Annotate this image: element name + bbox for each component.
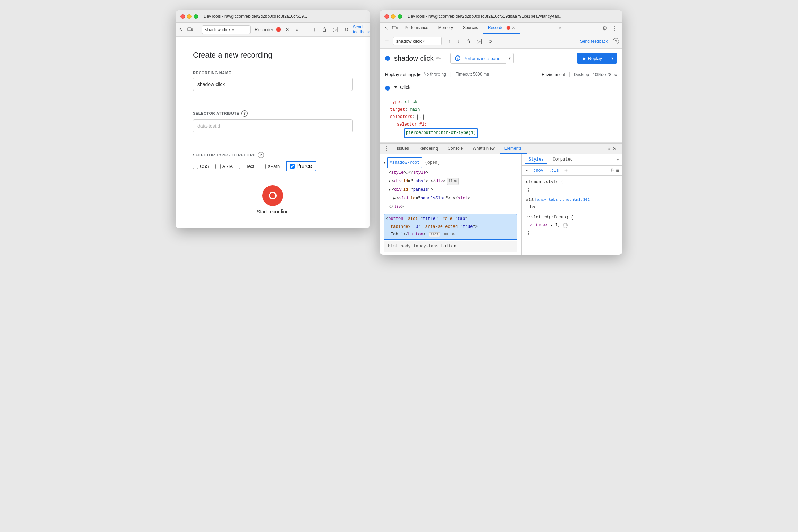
add-style-icon[interactable]: + <box>564 168 568 174</box>
css-checkbox-item[interactable]: CSS <box>193 164 209 169</box>
performance-panel-dropdown[interactable]: ▾ <box>506 53 514 63</box>
delete-icon[interactable]: 🗑 <box>320 25 329 34</box>
minimize-button[interactable] <box>187 14 192 19</box>
pierce-checkbox[interactable] <box>290 164 295 169</box>
expand-shadow-root-icon[interactable]: ▼ <box>384 160 386 166</box>
add-recording-icon[interactable]: + <box>383 36 391 46</box>
selector-types-help-icon[interactable]: ? <box>258 152 264 158</box>
expand-panelsslot-icon[interactable]: ▶ <box>393 195 396 202</box>
right-minimize-button[interactable] <box>391 14 396 19</box>
css-checkbox[interactable] <box>193 164 198 169</box>
dom-panels-div: ▼ <div id="panels"> <box>384 186 517 194</box>
replay-settings-title[interactable]: Replay settings ▶ <box>385 72 421 77</box>
maximize-button[interactable] <box>194 14 198 19</box>
ta-bs-value: bs <box>526 204 618 212</box>
more-tabs-button[interactable]: » <box>557 23 563 34</box>
styles-tab[interactable]: Styles <box>525 156 547 164</box>
refresh-icon-right[interactable]: ↺ <box>486 37 494 45</box>
breadcrumb-fancy-tabs[interactable]: fancy-tabs <box>414 242 439 250</box>
tab-console[interactable]: Console <box>443 144 468 154</box>
tab-whats-new[interactable]: What's New <box>468 144 500 154</box>
slotted-selector: ::slotted(:focus) { <box>526 214 618 222</box>
right-help-icon[interactable]: ? <box>613 38 619 44</box>
tab-issues[interactable]: Issues <box>392 144 414 154</box>
step-icon[interactable]: ▷| <box>331 25 340 34</box>
edit-title-icon[interactable]: ✏ <box>436 55 441 62</box>
right-maximize-button[interactable] <box>398 14 402 19</box>
code-selector-num: selector #1: <box>397 122 427 127</box>
xpath-checkbox[interactable] <box>261 164 266 169</box>
send-feedback-link[interactable]: Send feedback <box>353 25 370 34</box>
computed-tab[interactable]: Computed <box>549 156 576 164</box>
recording-name-input[interactable] <box>193 78 353 91</box>
more-tabs-icon[interactable]: » <box>294 25 300 34</box>
chevron-down-icon: ▾ <box>232 28 234 32</box>
cls-link[interactable]: .cls <box>549 168 559 173</box>
text-checkbox[interactable] <box>239 164 244 169</box>
breadcrumb-button[interactable]: button <box>441 242 456 250</box>
code-target-colon: : <box>405 107 410 112</box>
right-recording-selector[interactable]: shadow click ▾ <box>393 37 442 45</box>
replay-play-icon: ▶ <box>583 56 586 61</box>
z-index-info-icon[interactable]: ⓘ <box>563 223 568 228</box>
download-icon-right[interactable]: ↓ <box>455 37 462 45</box>
step-more-icon[interactable]: ⋮ <box>611 84 617 91</box>
cursor-icon: ↖ <box>179 26 183 33</box>
copy-style-icon[interactable]: ⎘ <box>611 168 614 173</box>
ta-source-link[interactable]: fancy-tabs-….mo.html:302 <box>535 197 590 204</box>
shadow-root-open: (open) <box>425 159 440 167</box>
bottom-more-tabs[interactable]: » <box>607 146 610 152</box>
tab-performance[interactable]: Performance <box>400 23 433 34</box>
replay-dropdown-button[interactable]: ▾ <box>608 53 617 64</box>
delete-icon-right[interactable]: 🗑 <box>464 37 473 45</box>
expand-panels-icon[interactable]: ▼ <box>389 187 391 193</box>
device-toggle-top-icon[interactable] <box>390 24 400 32</box>
code-type-key: type <box>390 100 400 104</box>
breadcrumb-html[interactable]: html <box>388 242 398 250</box>
close-bottom-panel-icon[interactable]: ✕ <box>610 144 620 154</box>
tab-sources[interactable]: Sources <box>458 23 483 34</box>
breadcrumb-body[interactable]: body <box>401 242 411 250</box>
aria-checkbox[interactable] <box>215 164 221 169</box>
text-checkbox-item[interactable]: Text <box>239 164 254 169</box>
shadow-root-element[interactable]: #shadow-root <box>387 157 422 168</box>
pierce-checkbox-item[interactable]: Pierce <box>286 161 316 171</box>
dom-selected-button[interactable]: <button slot="title" role="tab" tabindex… <box>384 214 517 240</box>
refresh-icon[interactable]: ↺ <box>342 25 351 34</box>
right-send-feedback-link[interactable]: Send feedback <box>580 39 608 44</box>
styles-tabs-bar: Styles Computed » <box>522 154 622 166</box>
close-tab-icon[interactable]: ✕ <box>283 25 291 34</box>
tab-recorder[interactable]: Recorder 🔴 ✕ <box>483 23 520 34</box>
dom-panels-close: </div> <box>384 203 517 212</box>
more-options-icon[interactable]: ⋮ <box>611 24 619 33</box>
aria-checkbox-item[interactable]: ARIA <box>215 164 233 169</box>
close-recorder-tab[interactable]: ✕ <box>512 26 515 30</box>
record-button[interactable] <box>262 185 283 206</box>
selector-attr-input[interactable] <box>193 119 353 132</box>
dom-tree[interactable]: ▼ #shadow-root (open) <style> … </style>… <box>380 154 522 255</box>
tab-rendering[interactable]: Rendering <box>414 144 443 154</box>
styles-more-tabs[interactable]: » <box>617 157 619 162</box>
expand-tabs-icon[interactable]: ▶ <box>389 178 391 185</box>
layout-icon[interactable]: ▦ <box>616 168 619 173</box>
download-icon[interactable]: ↓ <box>311 25 318 34</box>
slotted-close-brace: } <box>527 229 618 237</box>
hov-link[interactable]: :hov <box>533 168 543 173</box>
close-button[interactable] <box>180 14 185 19</box>
upload-icon[interactable]: ↑ <box>303 25 309 34</box>
performance-panel-button[interactable]: ◎ Performance panel <box>450 53 506 64</box>
upload-icon-right[interactable]: ↑ <box>447 37 453 45</box>
tab-elements[interactable]: Elements <box>500 144 527 154</box>
xpath-checkbox-item[interactable]: XPath <box>261 164 280 169</box>
device-toggle-icon[interactable] <box>185 25 195 34</box>
tab-memory[interactable]: Memory <box>433 23 458 34</box>
replay-button[interactable]: ▶ Replay <box>577 53 608 64</box>
selector-cursor-icon: ↖ <box>417 114 424 120</box>
recording-selector[interactable]: shadow click ▾ <box>202 25 251 34</box>
xpath-label: XPath <box>268 164 280 169</box>
settings-icon[interactable]: ⚙ <box>600 24 609 33</box>
right-close-button[interactable] <box>384 14 389 19</box>
step-icon-right[interactable]: ▷| <box>475 37 484 45</box>
env-detail: Desktop <box>574 72 589 77</box>
help-icon[interactable]: ? <box>241 110 248 117</box>
